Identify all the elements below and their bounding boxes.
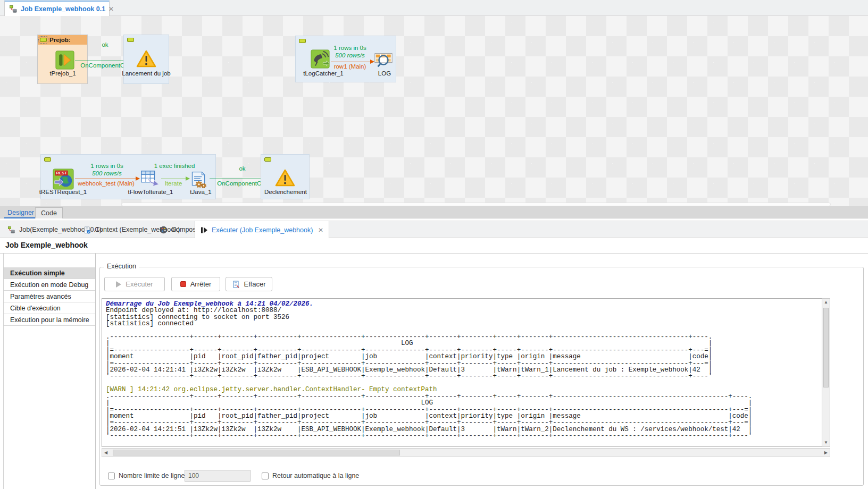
prejob-subjob-header[interactable]: Prejob: <box>38 35 87 45</box>
subjob-collapse-chip-icon[interactable] <box>264 157 271 162</box>
prejob-header-label: Prejob: <box>49 37 71 43</box>
console-horizontal-scrollbar[interactable]: ◀ ▶ <box>102 448 830 457</box>
tflowtoiterate-component-icon[interactable] <box>140 170 160 189</box>
run-button-label: Exécuter <box>126 280 153 288</box>
stop-button[interactable]: Arrêter <box>171 277 220 291</box>
scroll-right-icon[interactable]: ▶ <box>824 451 828 455</box>
trestrequest-label: tRESTRequest_1 <box>35 189 91 195</box>
horizontal-scroll-thumb[interactable] <box>113 450 400 456</box>
connection-iterate-label[interactable]: Iterate <box>158 180 188 187</box>
twarn-lancement-component-icon[interactable] <box>136 49 157 69</box>
talend-studio-window: Job Exemple_webhook 0.1 ✕ Prejob: tPrejo… <box>0 0 868 489</box>
tprejob-component-icon[interactable] <box>55 50 74 70</box>
sidebar-item-cible-execution[interactable]: Cible d'exécution <box>4 302 95 314</box>
sidebar-item-execution-simple[interactable]: Exécution simple <box>4 267 95 279</box>
log-label: LOG <box>366 70 403 77</box>
play-icon <box>116 281 121 288</box>
rest-banner-text: REST <box>56 171 68 175</box>
console-line: Endpoint deployed at: http://localhost:8… <box>106 307 818 314</box>
document-tab-job[interactable]: Job Exemple_webhook 0.1 ✕ <box>4 1 110 16</box>
close-icon[interactable]: ✕ <box>318 226 323 234</box>
console-line: |moment |pid |root_pid|father_pid|projec… <box>106 353 818 360</box>
word-wrap-checkbox[interactable] <box>262 473 269 479</box>
view-tab-bar: Job(Exemple_webhook 0.1) Context (Exempl… <box>0 221 868 238</box>
console-line: '--------------------+------+--------+--… <box>106 433 818 439</box>
vertical-scroll-thumb[interactable] <box>823 308 829 387</box>
lancement-label: Lancement du job <box>117 70 176 77</box>
line-limit-input[interactable] <box>185 470 251 482</box>
subjob-collapse-chip-icon[interactable] <box>127 38 134 42</box>
flow-exec-stat: 1 exec finished <box>145 163 204 169</box>
sidebar-item-parametres-avances[interactable]: Paramètres avancés <box>4 291 95 302</box>
console-line: '--------------------+------+--------+--… <box>106 373 818 380</box>
connection-status-ok-2: ok <box>228 165 257 172</box>
console-line: | LOG | <box>106 400 818 406</box>
console-line: | LOG | <box>106 340 818 347</box>
tjava-component-icon[interactable] <box>189 170 208 188</box>
designer-code-tab-bar: Designer Code <box>0 206 868 218</box>
clear-document-icon <box>232 281 240 288</box>
tlogrow-log-component-icon[interactable] <box>374 51 393 69</box>
twarn-declenchement-component-icon[interactable] <box>274 168 296 188</box>
composant-palette-icon <box>160 226 168 234</box>
job-title-row: Job Exemple_webhook <box>0 238 868 254</box>
line-limit-checkbox[interactable] <box>108 473 115 479</box>
canvas-horizontal-scrollbar[interactable] <box>121 203 831 206</box>
clear-button-label: Effacer <box>244 280 266 288</box>
tflowtoiterate-label: tFlowToIterate_1 <box>121 189 180 195</box>
job-icon <box>7 226 15 234</box>
document-tab-label: Job Exemple_webhook 0.1 <box>21 5 105 13</box>
console-line: |=-------------------+------+--------+--… <box>106 419 818 426</box>
tlogcatcher-label: tLogCatcher_1 <box>294 70 353 77</box>
console-output[interactable]: Démarrage du Job Exemple_webhook à 14:21… <box>102 298 822 447</box>
subjob-collapse-chip-icon[interactable] <box>299 39 306 43</box>
sidebar-item-execution-debug[interactable]: Exécution en mode Debug <box>4 279 95 291</box>
tab-executer[interactable]: Exécuter (Job Exemple_webhook) ✕ <box>195 221 329 239</box>
job-design-canvas[interactable]: Prejob: tPrejob_1 ok OnComponentOk <box>0 16 868 206</box>
declenchement-label: Declenchement <box>259 189 312 195</box>
stop-icon <box>180 281 186 287</box>
console-vertical-scrollbar[interactable]: ▲ ▼ <box>822 298 830 447</box>
tab-designer[interactable]: Designer <box>4 207 37 218</box>
connection-row1-line[interactable] <box>331 62 370 62</box>
page-title: Job Exemple_webhook <box>5 241 88 249</box>
connection-iterate-line[interactable] <box>161 179 186 179</box>
sidebar-item-execution-memoire[interactable]: Exécution pour la mémoire <box>4 314 95 326</box>
console-line: [statistics] connected <box>106 321 818 327</box>
connection-row1-label[interactable]: row1 (Main) <box>322 63 378 70</box>
log-rows-stat: 1 rows in 0s <box>323 45 377 51</box>
run-icon <box>201 226 208 234</box>
word-wrap-label: Retour automatique à la ligne <box>272 472 359 479</box>
rest-rate-stat: 500 rows/s <box>78 170 136 176</box>
trestrequest-component-icon[interactable]: REST <box>53 168 74 190</box>
connection-status-ok-1: ok <box>90 41 120 48</box>
execution-legend: Exécution <box>104 263 139 270</box>
job-icon <box>9 5 18 13</box>
close-icon[interactable]: ✕ <box>108 5 114 13</box>
console-line: [statistics] connecting to socket on por… <box>106 314 818 321</box>
scroll-left-icon[interactable]: ◀ <box>104 451 107 455</box>
tprejob-label: tPrejob_1 <box>38 70 87 77</box>
rest-rows-stat: 1 rows in 0s <box>78 163 136 169</box>
connection-webhook-test-label[interactable]: webhook_test (Main) <box>70 180 142 187</box>
console-line: [WARN ] 14:21:42 org.eclipse.jetty.serve… <box>106 386 818 393</box>
tab-code[interactable]: Code <box>35 207 63 218</box>
tab-executer-label: Exécuter (Job Exemple_webhook) <box>212 226 313 234</box>
clear-button[interactable]: Effacer <box>226 277 272 291</box>
context-clipboard-icon <box>83 226 91 234</box>
stop-button-label: Arrêter <box>190 280 212 288</box>
scroll-up-icon[interactable]: ▲ <box>824 300 828 305</box>
subjob-collapse-chip-icon[interactable] <box>44 157 51 162</box>
log-rate-stat: 500 rows/s <box>323 52 377 58</box>
tjava-label: tJava_1 <box>178 189 223 195</box>
execution-sidebar: Exécution simple Exécution en mode Debug… <box>3 254 96 489</box>
run-button[interactable]: Exécuter <box>104 277 165 291</box>
document-tab-bar: Job Exemple_webhook 0.1 ✕ <box>0 0 868 16</box>
scroll-down-icon[interactable]: ▼ <box>824 441 828 445</box>
connection-webhook-test-line[interactable] <box>75 179 136 179</box>
line-limit-label: Nombre limite de lignes <box>119 472 188 479</box>
subjob-collapse-chip-icon[interactable] <box>40 38 47 42</box>
